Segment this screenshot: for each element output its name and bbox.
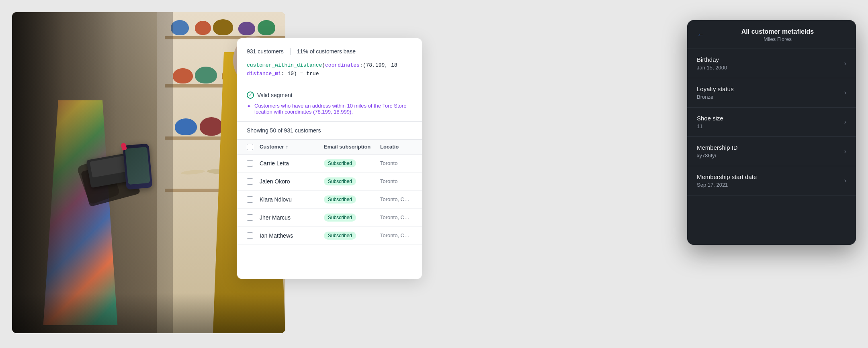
- row-checkbox[interactable]: [247, 214, 253, 221]
- subscription-badge: Subscribed: [324, 177, 380, 185]
- subscribed-badge: Subscribed: [324, 177, 356, 185]
- meta-subtitle: Miles Flores: [709, 36, 846, 42]
- valid-segment-label: Valid segment: [257, 92, 293, 98]
- location-text: Toronto, Canada: [380, 214, 412, 220]
- customer-name: Ian Matthews: [260, 232, 324, 239]
- subscribed-badge: Subscribed: [324, 159, 356, 167]
- subscription-badge: Subscribed: [324, 195, 380, 204]
- table-row[interactable]: Carrie Letta Subscribed Toronto: [237, 155, 422, 173]
- row-checkbox[interactable]: [247, 178, 253, 185]
- sort-icon: ↑: [286, 144, 289, 150]
- meta-item[interactable]: Shoe size 11 ›: [687, 108, 856, 137]
- customer-name: Kiara Ndlovu: [260, 196, 324, 203]
- chevron-right-icon: ›: [844, 60, 846, 67]
- location-text: Toronto, Canada: [380, 232, 412, 238]
- meta-item-content: Birthday Jan 15, 2000: [697, 56, 727, 71]
- chevron-right-icon: ›: [844, 148, 846, 155]
- subscription-badge: Subscribed: [324, 159, 380, 167]
- meta-item-content: Membership start date Sep 17, 2021: [697, 173, 757, 188]
- meta-item-label: Membership ID: [697, 144, 738, 151]
- select-all-checkbox[interactable]: [247, 144, 253, 150]
- meta-item-content: Membership ID xy786fyi: [697, 144, 738, 159]
- table-row[interactable]: Kiara Ndlovu Subscribed Toronto, Canada: [237, 191, 422, 209]
- showing-row: Showing 50 of 931 customers: [237, 122, 422, 140]
- meta-item-content: Shoe size 11: [697, 115, 723, 129]
- header-email-subscription: Email subscription: [324, 144, 380, 150]
- meta-item[interactable]: Loyalty status Bronze ›: [687, 78, 856, 108]
- row-checkbox[interactable]: [247, 196, 253, 203]
- subscribed-badge: Subscribed: [324, 232, 356, 240]
- meta-header: ← All customer metafields Miles Flores: [687, 20, 856, 49]
- meta-item-content: Loyalty status Bronze: [697, 85, 734, 100]
- showing-label: Showing 50 of 931 customers: [247, 127, 321, 134]
- meta-item-value: Sep 17, 2021: [697, 182, 757, 188]
- subscribed-badge: Subscribed: [324, 214, 356, 222]
- back-button[interactable]: ←: [697, 31, 704, 39]
- code-function: customer_within_distance: [247, 62, 322, 68]
- meta-item-label: Birthday: [697, 56, 727, 63]
- chevron-right-icon: ›: [844, 177, 846, 184]
- meta-item-value: Jan 15, 2000: [697, 65, 727, 71]
- segment-desc-text: Customers who have an address within 10 …: [254, 103, 412, 115]
- meta-item-value: xy786fyi: [697, 153, 738, 159]
- header-customer[interactable]: Customer ↑: [260, 144, 324, 150]
- diamond-icon: ✦: [247, 103, 251, 109]
- subscription-badge: Subscribed: [324, 232, 380, 240]
- check-circle-icon: ✓: [247, 92, 254, 99]
- meta-item-value: 11: [697, 123, 723, 129]
- meta-item[interactable]: Birthday Jan 15, 2000 ›: [687, 49, 856, 78]
- meta-item-value: Bronze: [697, 94, 734, 100]
- stat-divider: [290, 48, 291, 55]
- customer-name: Jher Marcus: [260, 214, 324, 221]
- customer-name: Jalen Okoro: [260, 178, 324, 185]
- header-location: Locatio: [380, 144, 412, 150]
- meta-title-block: All customer metafields Miles Flores: [709, 28, 846, 42]
- code-param: coordinates: [325, 62, 360, 68]
- table-body: Carrie Letta Subscribed Toronto Jalen Ok…: [237, 155, 422, 245]
- table-row[interactable]: Jalen Okoro Subscribed Toronto: [237, 173, 422, 191]
- scene: 931 customers 11% of customers base cust…: [0, 0, 868, 348]
- chevron-right-icon: ›: [844, 118, 846, 126]
- segment-info: ✓ Valid segment ✦ Customers who have an …: [237, 85, 422, 122]
- code-param2: distance_mi: [247, 71, 281, 77]
- stats-row: 931 customers 11% of customers base: [247, 48, 412, 55]
- customer-name: Carrie Letta: [260, 160, 324, 167]
- code-line-1: customer_within_distance(coordinates:(78…: [247, 61, 412, 70]
- meta-item-label: Loyalty status: [697, 85, 734, 92]
- meta-item[interactable]: Membership ID xy786fyi ›: [687, 137, 856, 166]
- location-text: Toronto: [380, 160, 412, 166]
- location-text: Toronto, Canada: [380, 196, 412, 202]
- segment-description: ✦ Customers who have an address within 1…: [247, 103, 412, 115]
- meta-item-label: Membership start date: [697, 173, 757, 180]
- customers-count: 931 customers: [247, 48, 284, 55]
- row-checkbox[interactable]: [247, 160, 253, 167]
- table-row[interactable]: Jher Marcus Subscribed Toronto, Canada: [237, 209, 422, 227]
- customer-panel: 931 customers 11% of customers base cust…: [237, 38, 422, 279]
- table-header: Customer ↑ Email subscription Locatio: [237, 140, 422, 155]
- chevron-right-icon: ›: [844, 89, 846, 96]
- valid-segment-row: ✓ Valid segment: [247, 92, 412, 99]
- meta-title: All customer metafields: [709, 28, 846, 35]
- code-block: customer_within_distance(coordinates:(78…: [247, 61, 412, 78]
- customers-percentage: 11% of customers base: [297, 48, 356, 55]
- meta-item[interactable]: Membership start date Sep 17, 2021 ›: [687, 166, 856, 195]
- subscription-badge: Subscribed: [324, 214, 380, 222]
- meta-items-list: Birthday Jan 15, 2000 › Loyalty status B…: [687, 49, 856, 195]
- location-text: Toronto: [380, 178, 412, 184]
- metafields-panel: ← All customer metafields Miles Flores B…: [687, 20, 856, 245]
- row-checkbox[interactable]: [247, 232, 253, 239]
- code-line-2: distance_mi: 10) = true: [247, 70, 412, 78]
- meta-item-label: Shoe size: [697, 115, 723, 122]
- table-row[interactable]: Ian Matthews Subscribed Toronto, Canada: [237, 227, 422, 245]
- subscribed-badge: Subscribed: [324, 195, 356, 204]
- panel-header: 931 customers 11% of customers base cust…: [237, 38, 422, 85]
